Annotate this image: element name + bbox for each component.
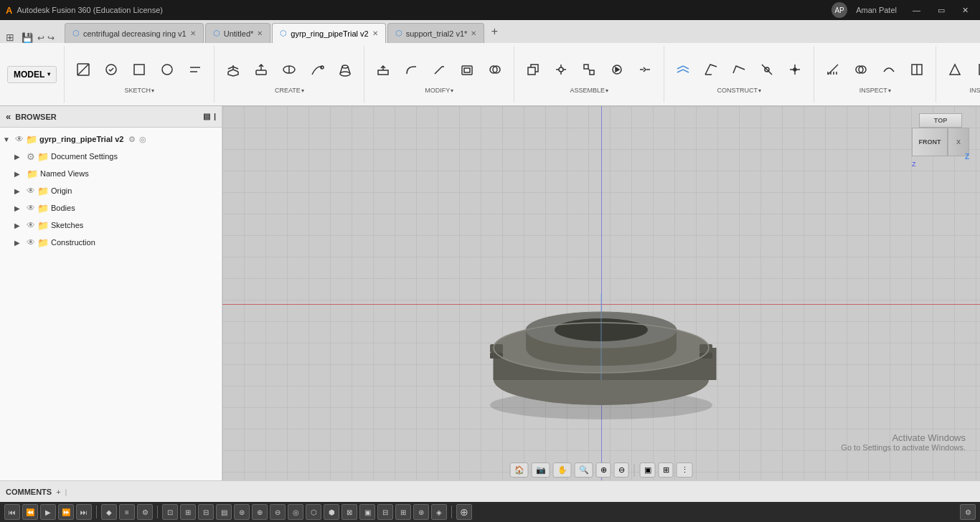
drive-joints-button[interactable] [604, 55, 630, 84]
bt-icon-1[interactable]: ⊡ [162, 504, 178, 520]
tree-item-origin[interactable]: ▶ 👁 📁 Origin [0, 182, 222, 199]
prev-frame-button[interactable]: ⏪ [22, 504, 38, 520]
tree-toggle-bodies[interactable]: ▶ [14, 204, 24, 212]
model-dropdown[interactable]: MODEL [7, 66, 57, 83]
sweep-button[interactable] [304, 55, 330, 84]
viewport-camera-button[interactable]: 📷 [532, 462, 550, 478]
tab-gyrp[interactable]: ⬡ gyrp_ring_pipeTrial v2 ✕ [272, 23, 385, 43]
tree-toggle-doc[interactable]: ▶ [14, 153, 24, 161]
insert-svg-button[interactable] [970, 55, 980, 84]
axis-through-button[interactable] [754, 55, 780, 84]
viewport-more-button[interactable]: ⋮ [677, 462, 693, 478]
bt-icon-7[interactable]: ⊖ [270, 504, 286, 520]
browser-filter-icon[interactable]: ▤ [203, 112, 210, 121]
tree-item-bodies[interactable]: ▶ 👁 📁 Bodies [0, 199, 222, 217]
bt-icon-9[interactable]: ⬡ [306, 504, 321, 520]
tree-item-named-views[interactable]: ▶ 📁 Named Views [0, 165, 222, 182]
target-icon-root[interactable]: ◎ [139, 135, 146, 144]
joint-button[interactable] [548, 55, 574, 84]
construct-label[interactable]: CONSTRUCT [717, 87, 762, 94]
bt-icon-13[interactable]: ⊟ [377, 504, 393, 520]
angle-plane-button[interactable] [698, 55, 724, 84]
insert-mesh-button[interactable] [942, 55, 968, 84]
measure-button[interactable] [820, 55, 846, 84]
keyframe-button[interactable]: ◆ [101, 504, 117, 520]
tree-item-doc-settings[interactable]: ▶ ⚙ 📁 Document Settings [0, 148, 222, 165]
rigid-group-button[interactable] [576, 55, 602, 84]
viewport-zoom-fit-button[interactable]: ⊕ [596, 462, 611, 478]
undo-icon[interactable]: ↩ [37, 33, 44, 43]
fillet-button[interactable] [398, 55, 424, 84]
tab-close-support[interactable]: ✕ [471, 29, 476, 37]
modify-label[interactable]: MODIFY [425, 87, 453, 94]
viewport-pan-button[interactable]: ✋ [553, 462, 572, 478]
box-button[interactable] [220, 55, 246, 84]
close-button[interactable]: ✕ [956, 4, 974, 16]
bt-icon-15[interactable]: ⊛ [413, 504, 429, 520]
next-frame-button[interactable]: ⏩ [58, 504, 74, 520]
save-icon[interactable]: 💾 [22, 32, 33, 43]
tab-centrifugal[interactable]: ⬡ centrifugal decreasing ring v1 ✕ [65, 23, 204, 43]
tab-close-gyrp[interactable]: ✕ [372, 29, 378, 37]
loft-button[interactable] [332, 55, 358, 84]
viewport-display-mode-button[interactable]: ▣ [640, 462, 656, 478]
tree-item-sketches[interactable]: ▶ 👁 📁 Sketches [0, 217, 222, 234]
tab-support[interactable]: ⬡ support_trial2 v1* ✕ [387, 23, 485, 43]
bt-icon-4[interactable]: ▤ [216, 504, 232, 520]
bt-icon-6[interactable]: ⊕ [252, 504, 268, 520]
assemble-label[interactable]: ASSEMBLE [570, 87, 609, 94]
inspect-label[interactable]: INSPECT [859, 87, 891, 94]
interference-button[interactable] [848, 55, 874, 84]
browser-collapse-icon[interactable]: « [6, 111, 11, 122]
bt-icon-11[interactable]: ⊠ [341, 504, 357, 520]
comments-expand-icon[interactable]: + [56, 488, 60, 496]
minimize-button[interactable]: — [907, 4, 926, 16]
viewport-home-button[interactable]: 🏠 [510, 462, 529, 478]
tab-close-untitled[interactable]: ✕ [257, 29, 263, 37]
tree-item-construction[interactable]: ▶ 👁 📁 Construction [0, 234, 222, 251]
quick-access-icon[interactable]: ⊞ [6, 32, 14, 43]
play-button[interactable]: ▶ [40, 504, 56, 520]
motion-link-button[interactable] [632, 55, 658, 84]
bt-icon-8[interactable]: ◎ [288, 504, 303, 520]
finish-sketch-button[interactable] [98, 55, 124, 84]
redo-icon[interactable]: ↪ [47, 33, 55, 43]
new-component-button[interactable] [520, 55, 546, 84]
sketch-circle-button[interactable] [154, 55, 180, 84]
bt-settings-button[interactable]: ⚙ [960, 504, 976, 520]
viewport-grid-button[interactable]: ⊞ [659, 462, 674, 478]
maximize-button[interactable]: ▭ [932, 4, 951, 16]
bt-icon-5[interactable]: ⊛ [234, 504, 250, 520]
point-button[interactable] [782, 55, 808, 84]
bt-icon-2[interactable]: ⊞ [180, 504, 196, 520]
joystick-icon[interactable]: ⊕ [456, 504, 472, 520]
combine-button[interactable] [482, 55, 508, 84]
revolve-button[interactable] [276, 55, 302, 84]
tree-toggle-named-views[interactable]: ▶ [14, 170, 24, 178]
sketch-more-button[interactable] [182, 55, 208, 84]
tree-toggle-construction[interactable]: ▶ [14, 239, 24, 247]
viewport[interactable]: TOP FRONT X Z Z Activate Windows Go to S… [222, 106, 980, 480]
extrude-button[interactable] [248, 55, 274, 84]
settings-icon-root[interactable]: ⚙ [128, 135, 136, 144]
rewind-button[interactable]: ⏮ [4, 504, 20, 520]
shell-button[interactable] [454, 55, 480, 84]
sketch-tool-button[interactable] [126, 55, 152, 84]
tree-toggle-sketches[interactable]: ▶ [14, 222, 24, 229]
curvature-button[interactable] [876, 55, 902, 84]
press-pull-button[interactable] [370, 55, 396, 84]
create-label[interactable]: CREATE [275, 87, 304, 94]
viewport-zoom-in-button[interactable]: 🔍 [575, 462, 593, 478]
offset-plane-button[interactable] [670, 55, 696, 84]
sketch-label[interactable]: SKETCH [125, 87, 155, 94]
browser-pin-icon[interactable]: | [214, 112, 216, 121]
tangent-plane-button[interactable] [726, 55, 752, 84]
viewport-zoom-out-button[interactable]: ⊖ [614, 462, 629, 478]
fast-forward-button[interactable]: ⏭ [76, 504, 92, 520]
bt-icon-3[interactable]: ⊟ [198, 504, 214, 520]
tree-item-root[interactable]: ▼ 👁 📁 gyrp_ring_pipeTrial v2 ⚙ ◎ [0, 130, 222, 148]
insert-label[interactable]: INSERT [969, 87, 980, 94]
bt-icon-10[interactable]: ⬢ [324, 504, 339, 520]
bt-icon-16[interactable]: ◈ [431, 504, 447, 520]
viewcube[interactable]: TOP FRONT X Z Z [908, 113, 973, 178]
